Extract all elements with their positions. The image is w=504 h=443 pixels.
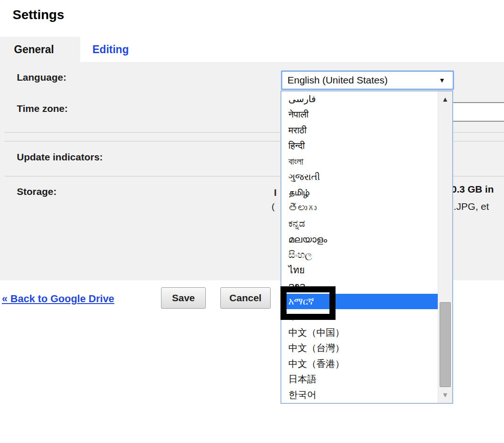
language-option[interactable]: አማርኛ (281, 294, 438, 309)
page-title: Settings (13, 7, 64, 22)
language-option[interactable]: मराठी (281, 123, 438, 138)
language-label: Language: (17, 72, 66, 83)
back-to-google-drive-link[interactable]: « Back to Google Drive (2, 293, 114, 305)
settings-page: Settings General Editing Language: Time … (0, 0, 504, 443)
storage-label: Storage: (17, 186, 56, 197)
update-indicators-label: Update indicators: (17, 152, 103, 163)
language-option[interactable]: ខ្មែរ (281, 309, 438, 325)
language-option[interactable]: తెలుగు (281, 201, 438, 216)
timezone-label: Time zone: (17, 103, 68, 114)
chevron-down-icon: ▼ (439, 72, 445, 89)
language-dropdown-list: فارسیनेपालीमराठीहिन्दीবাংলাગુજરાતીதமிழ்త… (280, 90, 453, 404)
dropdown-scrollbar[interactable]: ▲ ▼ (438, 91, 452, 403)
scroll-up-icon[interactable]: ▲ (438, 93, 452, 105)
storage-value-fragment: .JPG, et (454, 201, 489, 212)
storage-value-fragment: I (274, 187, 277, 198)
tab-editing[interactable]: Editing (92, 37, 129, 62)
language-option[interactable]: বাংলা (281, 154, 438, 169)
scroll-down-icon[interactable]: ▼ (438, 389, 452, 401)
language-option[interactable]: ไทย (281, 263, 438, 278)
language-option[interactable]: 中文（台灣） (281, 340, 438, 356)
language-select[interactable]: English (United States) ▼ (281, 70, 454, 90)
language-option[interactable]: فارسی (281, 91, 438, 107)
language-select-value: English (United States) (287, 72, 388, 89)
language-option[interactable]: 한국어 (281, 387, 438, 402)
language-option[interactable]: සිංහල (281, 247, 438, 263)
language-option[interactable]: தமிழ் (281, 185, 438, 200)
cancel-button[interactable]: Cancel (220, 287, 271, 309)
language-option[interactable]: 日本語 (281, 372, 438, 387)
language-option[interactable]: हिन्दी (281, 138, 438, 153)
storage-value-fragment: 0.3 GB in (451, 184, 494, 195)
language-option[interactable]: ລາວ (281, 278, 438, 294)
language-option[interactable]: മലയാളം (281, 232, 438, 247)
language-option[interactable]: ગુજરાતી (281, 169, 438, 185)
language-option[interactable]: नेपाली (281, 107, 438, 122)
language-option[interactable]: 中文（香港） (281, 356, 438, 372)
save-button[interactable]: Save (161, 287, 206, 309)
language-option-list: فارسیनेपालीमराठीहिन्दीবাংলাગુજરાતીதமிழ்త… (281, 91, 438, 403)
language-option[interactable]: 中文（中国） (281, 325, 438, 340)
storage-value-fragment: ( (272, 201, 274, 212)
scrollbar-thumb[interactable] (440, 302, 451, 387)
tab-general[interactable]: General (0, 37, 80, 62)
language-option[interactable]: ಕನ್ನಡ (281, 216, 438, 231)
